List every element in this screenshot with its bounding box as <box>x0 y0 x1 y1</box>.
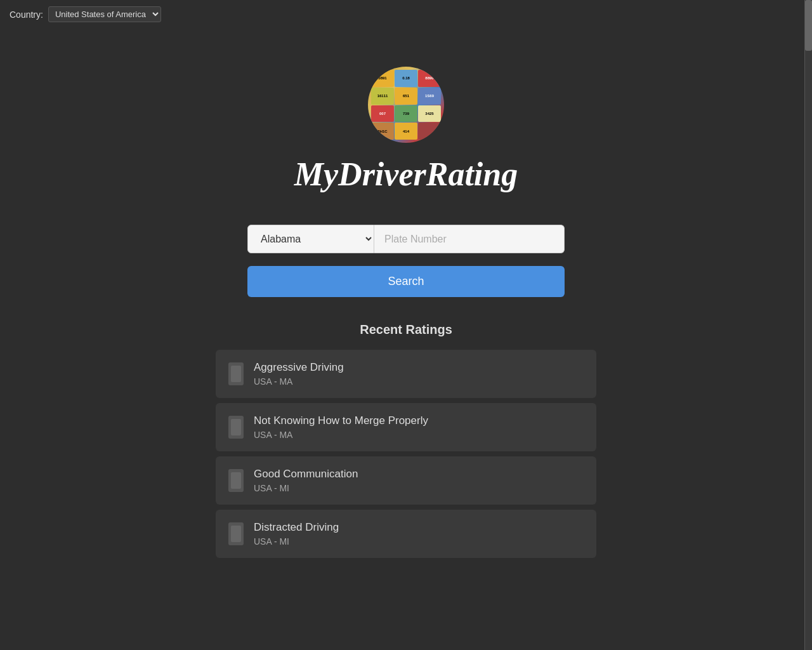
logo-plate-12 <box>418 123 441 140</box>
logo-plate-2: 0.18 <box>395 70 417 87</box>
scrollbar[interactable] <box>804 0 812 650</box>
rating-item-1[interactable]: Not Knowing How to Merge Properly USA - … <box>216 403 596 451</box>
rating-list: Aggressive Driving USA - MA Not Knowing … <box>216 350 596 558</box>
scrollbar-thumb[interactable] <box>805 0 812 51</box>
rating-item-3[interactable]: Distracted Driving USA - MI <box>216 510 596 558</box>
rating-info-3: Distracted Driving USA - MI <box>254 521 339 547</box>
logo-plate-5: 651 <box>395 88 417 105</box>
logo-plates: 8891 0.18 8890 16111 651 1S69 007 739 34… <box>368 67 444 143</box>
logo-plate-10: 8H1C <box>371 123 394 140</box>
rating-location-0: USA - MA <box>254 376 344 387</box>
plate-input[interactable] <box>374 225 565 253</box>
rating-thumb-1 <box>228 416 244 439</box>
app-title: MyDriverRating <box>294 156 518 193</box>
rating-location-1: USA - MA <box>254 430 428 440</box>
search-inputs: Alabama Alaska Arizona Arkansas Californ… <box>247 225 565 253</box>
rating-item-0[interactable]: Aggressive Driving USA - MA <box>216 350 596 398</box>
logo-plate-11: 414 <box>395 123 417 140</box>
rating-thumb-0 <box>228 362 244 385</box>
rating-name-1: Not Knowing How to Merge Properly <box>254 415 428 427</box>
rating-thumb-inner-3 <box>231 526 241 542</box>
main-content: 8891 0.18 8890 16111 651 1S69 007 739 34… <box>0 29 812 558</box>
logo-plate-1: 8891 <box>371 70 394 87</box>
country-label: Country: <box>10 10 43 20</box>
top-bar: Country: United States of America Canada… <box>0 0 812 29</box>
logo-plate-4: 16111 <box>371 88 394 105</box>
logo-plate-9: 3425 <box>418 105 441 123</box>
logo-plate-3: 8890 <box>418 70 441 87</box>
rating-info-2: Good Communication USA - MI <box>254 468 358 493</box>
rating-info-0: Aggressive Driving USA - MA <box>254 361 344 387</box>
rating-name-3: Distracted Driving <box>254 521 339 534</box>
country-select[interactable]: United States of America Canada United K… <box>48 6 161 22</box>
logo-plate-7: 007 <box>371 105 394 123</box>
search-button[interactable]: Search <box>247 266 565 297</box>
rating-thumb-2 <box>228 469 244 492</box>
rating-item-2[interactable]: Good Communication USA - MI <box>216 456 596 505</box>
rating-thumb-inner-2 <box>231 472 241 489</box>
search-section: Alabama Alaska Arizona Arkansas Californ… <box>247 225 565 297</box>
logo-plate-6: 1S69 <box>418 88 441 105</box>
rating-thumb-inner-1 <box>231 419 241 435</box>
rating-location-2: USA - MI <box>254 483 358 493</box>
rating-location-3: USA - MI <box>254 536 339 547</box>
logo-plate-8: 739 <box>395 105 417 123</box>
rating-thumb-inner-0 <box>231 366 241 382</box>
logo: 8891 0.18 8890 16111 651 1S69 007 739 34… <box>368 67 444 143</box>
recent-ratings-title: Recent Ratings <box>216 322 596 337</box>
rating-info-1: Not Knowing How to Merge Properly USA - … <box>254 415 428 440</box>
rating-name-2: Good Communication <box>254 468 358 481</box>
state-select[interactable]: Alabama Alaska Arizona Arkansas Californ… <box>247 225 374 253</box>
rating-thumb-3 <box>228 522 244 545</box>
recent-section: Recent Ratings Aggressive Driving USA - … <box>216 322 596 558</box>
rating-name-0: Aggressive Driving <box>254 361 344 374</box>
